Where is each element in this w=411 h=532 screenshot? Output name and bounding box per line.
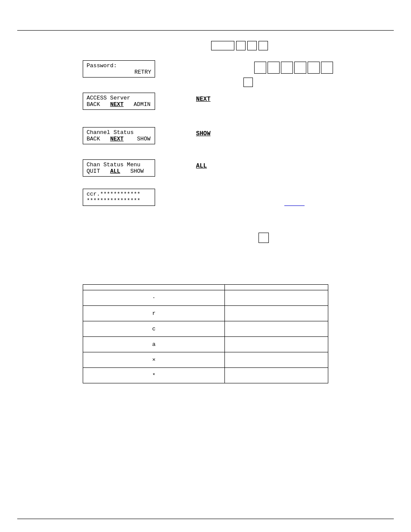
channel-status-label: Channel Status [87, 129, 151, 136]
large-box-6 [321, 62, 333, 74]
table-cell-symbol-4: a [83, 337, 225, 352]
small-box-1 [236, 41, 246, 50]
large-box-3 [281, 62, 293, 74]
next-button-channel[interactable]: NEXT [110, 136, 124, 142]
top-boxes [211, 41, 268, 50]
table-row: * [83, 368, 328, 383]
access-server-box: ACCESS Server BACK NEXT ADMIN [83, 93, 155, 110]
quit-button[interactable]: QUIT [87, 168, 100, 174]
small-box-2 [247, 41, 257, 50]
large-box-2 [268, 62, 280, 74]
table-header-1 [83, 285, 225, 290]
lower-single-box [258, 233, 269, 243]
table-row: r [83, 306, 328, 321]
show-button-channel[interactable]: SHOW [137, 136, 150, 142]
table-cell-desc-5 [225, 352, 328, 368]
table-row: × [83, 352, 328, 368]
ccr-box: ccr.************ **************** [83, 189, 155, 206]
table-cell-symbol-6: * [83, 368, 225, 383]
table-cell-desc-3 [225, 321, 328, 337]
large-box-5 [308, 62, 320, 74]
next-button-access[interactable]: NEXT [110, 101, 124, 108]
show-button-menu[interactable]: SHOW [130, 168, 143, 174]
chan-status-menu-controls: QUIT ALL SHOW [87, 168, 151, 174]
large-box-1 [254, 62, 266, 74]
chan-status-menu-label: Chan Status Menu [87, 162, 151, 168]
right-underline-link[interactable]: ______ [284, 200, 305, 207]
table-cell-desc-6 [225, 368, 328, 383]
back-button-channel[interactable]: BACK [87, 136, 100, 142]
retry-button[interactable]: RETRY [87, 69, 151, 75]
table-row: a [83, 337, 328, 352]
wide-box [211, 41, 234, 50]
bottom-rule [17, 519, 394, 519]
access-server-controls: BACK NEXT ADMIN [87, 101, 151, 108]
all-button[interactable]: ALL [110, 168, 120, 174]
top-rule [17, 30, 394, 31]
admin-button[interactable]: ADMIN [134, 101, 150, 108]
all-link[interactable]: ALL [196, 162, 207, 169]
table-cell-symbol-3: c [83, 321, 225, 337]
channel-status-controls: BACK NEXT SHOW [87, 136, 151, 142]
next-link[interactable]: NEXT [196, 96, 211, 103]
show-link[interactable]: SHOW [196, 130, 211, 137]
table-cell-symbol-2: r [83, 306, 225, 321]
password-label: Password: [87, 62, 151, 69]
table-cell-desc-1 [225, 290, 328, 306]
status-table: · r c a × * [83, 284, 328, 383]
ccr-line2: **************** [87, 197, 151, 204]
table-cell-symbol-5: × [83, 352, 225, 368]
table-header-2 [225, 285, 328, 290]
large-checkboxes [254, 62, 333, 74]
table-row: · [83, 290, 328, 306]
channel-status-box: Channel Status BACK NEXT SHOW [83, 127, 155, 144]
table-cell-desc-4 [225, 337, 328, 352]
chan-status-menu-box: Chan Status Menu QUIT ALL SHOW [83, 159, 155, 177]
table-row: c [83, 321, 328, 337]
large-box-4 [294, 62, 306, 74]
back-button-access[interactable]: BACK [87, 101, 100, 108]
single-checkbox [243, 78, 253, 87]
table-cell-desc-2 [225, 306, 328, 321]
small-box-3 [258, 41, 268, 50]
access-server-label: ACCESS Server [87, 95, 151, 101]
table-cell-symbol-1: · [83, 290, 225, 306]
ccr-line1: ccr.************ [87, 191, 151, 197]
password-box: Password: RETRY [83, 60, 155, 78]
